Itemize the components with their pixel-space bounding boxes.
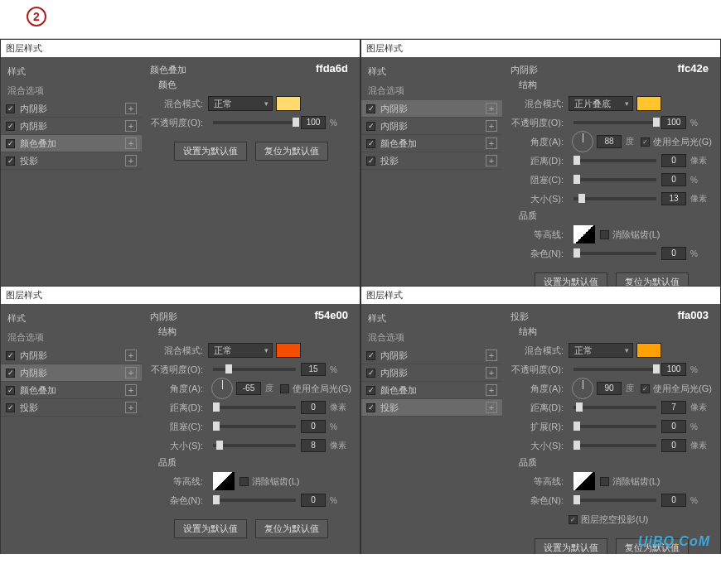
checkbox-icon[interactable]: ✓ [6, 386, 15, 395]
use-global-light[interactable]: ✓使用全局光(G) [641, 136, 712, 148]
noise-value[interactable]: 0 [661, 494, 686, 507]
anti-alias[interactable]: 消除锯齿(L) [240, 475, 299, 488]
sidebar-item-color-overlay[interactable]: ✓颜色叠加+ [1, 135, 142, 152]
size-slider[interactable] [213, 444, 296, 447]
set-default-button[interactable]: 设置为默认值 [174, 519, 247, 538]
sidebar-item-inner-shadow[interactable]: ✓内阴影+ [1, 118, 142, 135]
angle-dial[interactable] [211, 378, 233, 399]
plus-icon[interactable]: + [486, 155, 497, 166]
distance-slider[interactable] [213, 406, 296, 409]
sidebar-item-inner-shadow[interactable]: ✓内阴影+ [361, 347, 502, 364]
opacity-slider[interactable] [213, 368, 296, 371]
sidebar-item-inner-shadow[interactable]: ✓内阴影+ [1, 364, 142, 382]
sidebar-item-color-overlay[interactable]: ✓颜色叠加+ [361, 382, 502, 399]
size-value[interactable]: 0 [661, 439, 686, 452]
blend-options[interactable]: 混合选项 [1, 328, 142, 347]
distance-slider[interactable] [573, 406, 656, 409]
checkbox-icon[interactable]: ✓ [366, 351, 375, 360]
color-swatch[interactable] [636, 96, 661, 111]
plus-icon[interactable]: + [486, 402, 497, 413]
blend-options[interactable]: 混合选项 [1, 81, 142, 100]
sidebar-item-drop-shadow[interactable]: ✓投影+ [361, 399, 502, 417]
plus-icon[interactable]: + [486, 349, 497, 361]
blend-options[interactable]: 混合选项 [361, 81, 502, 100]
plus-icon[interactable]: + [486, 120, 497, 132]
spread-slider[interactable] [573, 425, 656, 428]
distance-value[interactable]: 0 [301, 401, 326, 414]
sidebar-item-inner-shadow[interactable]: ✓内阴影+ [361, 100, 502, 118]
checkbox-icon[interactable]: ✓ [366, 403, 375, 412]
size-slider[interactable] [573, 444, 656, 447]
opacity-value[interactable]: 100 [301, 116, 326, 129]
noise-value[interactable]: 0 [661, 247, 686, 260]
plus-icon[interactable]: + [486, 384, 497, 396]
size-value[interactable]: 8 [301, 439, 326, 452]
contour-picker[interactable] [573, 472, 595, 490]
blend-mode-dropdown[interactable]: 正片叠底 [569, 96, 633, 111]
size-value[interactable]: 13 [661, 192, 686, 205]
distance-value[interactable]: 7 [661, 401, 686, 414]
plus-icon[interactable]: + [125, 137, 137, 149]
distance-value[interactable]: 0 [661, 154, 686, 167]
checkbox-icon[interactable]: ✓ [6, 122, 15, 131]
opacity-value[interactable]: 100 [661, 363, 686, 376]
checkbox-icon[interactable]: ✓ [366, 386, 375, 395]
plus-icon[interactable]: + [125, 384, 137, 396]
plus-icon[interactable]: + [125, 155, 137, 166]
anti-alias[interactable]: 消除锯齿(L) [600, 229, 660, 241]
spread-value[interactable]: 0 [661, 420, 686, 433]
color-swatch[interactable] [636, 343, 661, 358]
color-swatch[interactable] [276, 343, 301, 358]
size-slider[interactable] [573, 197, 656, 200]
sidebar-item-inner-shadow[interactable]: ✓内阴影+ [1, 100, 142, 118]
choke-slider[interactable] [573, 178, 656, 181]
choke-value[interactable]: 0 [661, 173, 686, 186]
blend-mode-dropdown[interactable]: 正常 [569, 343, 633, 358]
set-default-button[interactable]: 设置为默认值 [535, 538, 607, 554]
opacity-slider[interactable] [213, 121, 296, 124]
reset-default-button[interactable]: 复位为默认值 [255, 142, 328, 161]
opacity-value[interactable]: 15 [301, 363, 326, 376]
checkbox-icon[interactable]: ✓ [6, 104, 15, 113]
checkbox-icon[interactable]: ✓ [366, 104, 375, 113]
knockout-checkbox[interactable]: ✓图层挖空投影(U) [569, 513, 648, 526]
checkbox-icon[interactable]: ✓ [366, 157, 375, 166]
noise-slider[interactable] [573, 252, 656, 255]
blend-mode-dropdown[interactable]: 正常 [208, 343, 273, 358]
sidebar-item-drop-shadow[interactable]: ✓投影+ [1, 152, 142, 170]
checkbox-icon[interactable]: ✓ [366, 139, 375, 148]
opacity-slider[interactable] [573, 121, 656, 124]
sidebar-item-inner-shadow[interactable]: ✓内阴影+ [1, 347, 142, 364]
sidebar-item-drop-shadow[interactable]: ✓投影+ [361, 152, 502, 170]
color-swatch[interactable] [276, 96, 301, 111]
checkbox-icon[interactable]: ✓ [6, 157, 15, 166]
plus-icon[interactable]: + [125, 349, 137, 361]
blend-mode-dropdown[interactable]: 正常 [208, 96, 273, 111]
blend-options[interactable]: 混合选项 [361, 328, 502, 347]
plus-icon[interactable]: + [486, 367, 497, 378]
opacity-value[interactable]: 100 [661, 116, 686, 129]
checkbox-icon[interactable]: ✓ [6, 369, 15, 378]
angle-dial[interactable] [572, 378, 593, 399]
distance-slider[interactable] [573, 159, 656, 162]
sidebar-item-color-overlay[interactable]: ✓颜色叠加+ [361, 135, 502, 152]
contour-picker[interactable] [573, 225, 595, 243]
checkbox-icon[interactable]: ✓ [6, 351, 15, 360]
plus-icon[interactable]: + [125, 402, 137, 413]
set-default-button[interactable]: 设置为默认值 [174, 142, 247, 161]
angle-value[interactable]: 88 [597, 135, 622, 148]
sidebar-item-drop-shadow[interactable]: ✓投影+ [1, 399, 142, 417]
anti-alias[interactable]: 消除锯齿(L) [600, 475, 660, 488]
angle-value[interactable]: -65 [236, 382, 261, 395]
checkbox-icon[interactable]: ✓ [366, 369, 375, 378]
use-global-light[interactable]: 使用全局光(G) [280, 383, 351, 395]
reset-default-button[interactable]: 复位为默认值 [255, 519, 328, 538]
opacity-slider[interactable] [573, 368, 656, 371]
sidebar-item-inner-shadow[interactable]: ✓内阴影+ [361, 118, 502, 135]
contour-picker[interactable] [213, 472, 235, 490]
choke-slider[interactable] [213, 425, 296, 428]
angle-dial[interactable] [572, 131, 593, 152]
sidebar-item-color-overlay[interactable]: ✓颜色叠加+ [1, 382, 142, 399]
plus-icon[interactable]: + [486, 137, 497, 149]
checkbox-icon[interactable]: ✓ [6, 139, 15, 148]
